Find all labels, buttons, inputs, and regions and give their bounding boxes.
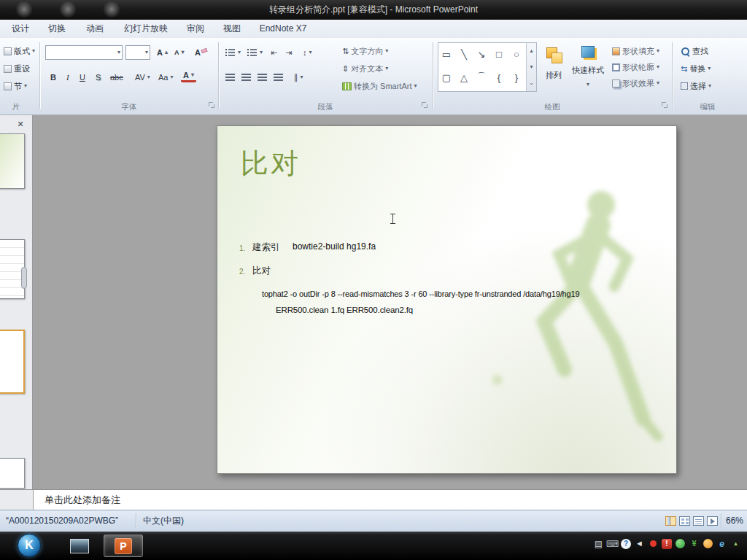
select-label: 选择 — [690, 81, 706, 92]
drawing-dialog-launcher[interactable] — [662, 102, 668, 109]
align-center-button[interactable] — [239, 70, 253, 85]
security-shield-icon[interactable]: ! — [662, 539, 672, 549]
character-spacing-button[interactable]: AV ▾ — [133, 70, 152, 85]
notification-dot-icon[interactable] — [650, 540, 657, 547]
normal-view-button[interactable] — [665, 516, 676, 526]
shape-brace-left-icon[interactable]: { — [491, 68, 507, 87]
shape-line-icon[interactable]: ╲ — [456, 44, 472, 63]
align-right-button[interactable] — [255, 70, 269, 85]
show-hidden-icons-button[interactable]: ▴ — [730, 538, 741, 549]
language-indicator[interactable]: 中文(中国) — [143, 510, 184, 532]
tab-design[interactable]: 设计 — [4, 20, 36, 38]
taskbar-powerpoint-button[interactable]: P — [104, 534, 143, 557]
font-name-combo[interactable]: ▾ — [45, 45, 123, 60]
list-item-text[interactable]: 比对 — [252, 265, 271, 277]
slideshow-view-button[interactable] — [707, 516, 718, 526]
volume-tray-icon[interactable]: ◄ — [634, 538, 645, 549]
columns-button[interactable]: ∥ ▾ — [292, 70, 306, 85]
gallery-up-icon[interactable]: ▴ — [530, 48, 533, 54]
shape-effects-button[interactable]: 形状效果 ▾ — [610, 76, 662, 90]
start-button[interactable]: K — [18, 534, 41, 557]
align-text-button[interactable]: ⇕ 对齐文本 ▾ — [340, 61, 390, 76]
close-panel-button[interactable]: ✕ — [14, 118, 27, 130]
font-size-combo[interactable]: ▾ — [125, 45, 150, 60]
finance-tray-icon[interactable]: ¥ — [689, 538, 700, 549]
printer-tray-icon[interactable]: ▤ — [593, 538, 604, 549]
command-line[interactable]: ERR500.clean 1.fq ERR500.clean2.fq — [276, 306, 413, 314]
shape-rounded-rect-icon[interactable]: ▢ — [438, 68, 454, 87]
shape-rectangle-icon[interactable]: □ — [491, 44, 507, 63]
command-line[interactable]: tophat2 -o outDir -p 8 --read-mismatches… — [262, 289, 579, 298]
quick-styles-button[interactable]: 快速样式 ▾ — [569, 42, 607, 98]
tab-endnote[interactable]: EndNote X7 — [252, 20, 314, 38]
line-spacing-button[interactable]: ↕ ▾ — [301, 45, 314, 60]
grow-font-button[interactable]: A ▴ — [155, 45, 170, 60]
slides-group-label: 片 — [0, 101, 32, 112]
numbering-button[interactable]: ▾ — [245, 45, 265, 60]
decrease-indent-button[interactable]: ⇤ — [268, 45, 279, 60]
bullets-button[interactable]: ▾ — [223, 45, 243, 60]
reset-button[interactable]: 重设 — [1, 61, 32, 76]
align-left-button[interactable] — [223, 70, 237, 85]
tab-review[interactable]: 审阅 — [179, 20, 212, 38]
bold-button[interactable]: B — [48, 70, 61, 85]
slide-title[interactable]: 比对 — [241, 145, 301, 182]
text-direction-button[interactable]: ⇅ 文字方向 ▾ — [340, 44, 390, 58]
find-button[interactable]: 查找 — [678, 44, 711, 58]
gallery-down-icon[interactable]: ▾ — [530, 64, 533, 70]
notes-input-area[interactable]: 单击此处添加备注 — [33, 490, 747, 510]
italic-button[interactable]: I — [64, 70, 74, 85]
tab-view[interactable]: 视图 — [216, 20, 248, 38]
taskbar-app-button[interactable] — [61, 534, 98, 557]
list-item-text[interactable]: 建索引 — [252, 241, 280, 254]
panel-scrollbar-thumb[interactable] — [21, 267, 27, 289]
increase-indent-button[interactable]: ⇥ — [283, 45, 294, 60]
shape-brace-right-icon[interactable]: } — [508, 68, 525, 87]
font-dialog-launcher[interactable] — [209, 102, 215, 109]
gallery-more-icon[interactable]: ⌄ — [529, 80, 534, 86]
shape-fill-button[interactable]: 形状填充 ▾ — [610, 44, 662, 58]
reading-view-button[interactable] — [693, 516, 704, 526]
change-case-button[interactable]: Aa ▾ — [156, 70, 175, 85]
slide-sorter-view-button[interactable] — [679, 516, 690, 526]
list-item-code[interactable]: bowtie2-build hg19.fa — [293, 241, 376, 252]
slide-thumbnail-selected[interactable] — [0, 330, 25, 394]
shapes-gallery[interactable]: ▭ ╲ ↘ □ ○ ▢ △ ⌒ { } ▴ ▾ ⌄ — [438, 42, 537, 92]
replace-button[interactable]: ⇆ 替换 ▾ — [678, 61, 713, 76]
layout-button[interactable]: 版式 ▾ — [1, 44, 37, 58]
tab-slideshow[interactable]: 幻灯片放映 — [117, 20, 175, 38]
tab-animations[interactable]: 动画 — [79, 20, 111, 38]
browser-tray-icon[interactable]: e — [716, 538, 727, 549]
green-status-icon[interactable] — [676, 539, 685, 548]
paragraph-dialog-launcher[interactable] — [422, 102, 428, 109]
clear-formatting-button[interactable]: A — [193, 45, 209, 60]
align-right-icon — [258, 73, 267, 82]
convert-smartart-button[interactable]: 转换为 SmartArt ▾ — [340, 79, 419, 93]
shape-arrow-icon[interactable]: ↘ — [473, 44, 489, 63]
zoom-level[interactable]: 66% — [726, 510, 743, 532]
justify-button[interactable] — [271, 70, 285, 85]
keyboard-tray-icon[interactable]: ⌨ — [607, 538, 618, 549]
shrink-font-button[interactable]: A ▾ — [172, 45, 187, 60]
arrange-button[interactable]: 排列 — [541, 42, 566, 98]
shape-oval-icon[interactable]: ○ — [508, 44, 525, 63]
strikethrough-button[interactable]: abc — [108, 70, 127, 85]
shape-textbox-icon[interactable]: ▭ — [438, 44, 454, 63]
font-color-button[interactable]: A ▾ — [181, 70, 196, 82]
slide-canvas[interactable]: 比对 1. 建索引 bowtie2-build hg19.fa 2. 比对 to… — [217, 125, 677, 474]
underline-button[interactable]: U — [77, 70, 89, 85]
section-button[interactable]: 节 ▾ — [1, 79, 29, 93]
slide-thumbnail[interactable] — [0, 458, 25, 489]
chevron-down-icon: ▾ — [301, 74, 303, 80]
chevron-down-icon: ▾ — [117, 50, 120, 55]
help-tray-icon[interactable]: ? — [621, 539, 631, 549]
orange-status-icon[interactable] — [703, 539, 713, 548]
text-shadow-button[interactable]: S — [93, 70, 105, 85]
shape-arc-icon[interactable]: ⌒ — [473, 68, 489, 87]
tab-transitions[interactable]: 切换 — [41, 20, 73, 38]
gallery-scroll[interactable]: ▴ ▾ ⌄ — [526, 43, 536, 91]
slide-thumbnail[interactable] — [0, 133, 25, 189]
select-button[interactable]: 选择 ▾ — [678, 79, 713, 93]
shape-outline-button[interactable]: 形状轮廓 ▾ — [610, 60, 662, 74]
shape-triangle-icon[interactable]: △ — [456, 68, 472, 87]
